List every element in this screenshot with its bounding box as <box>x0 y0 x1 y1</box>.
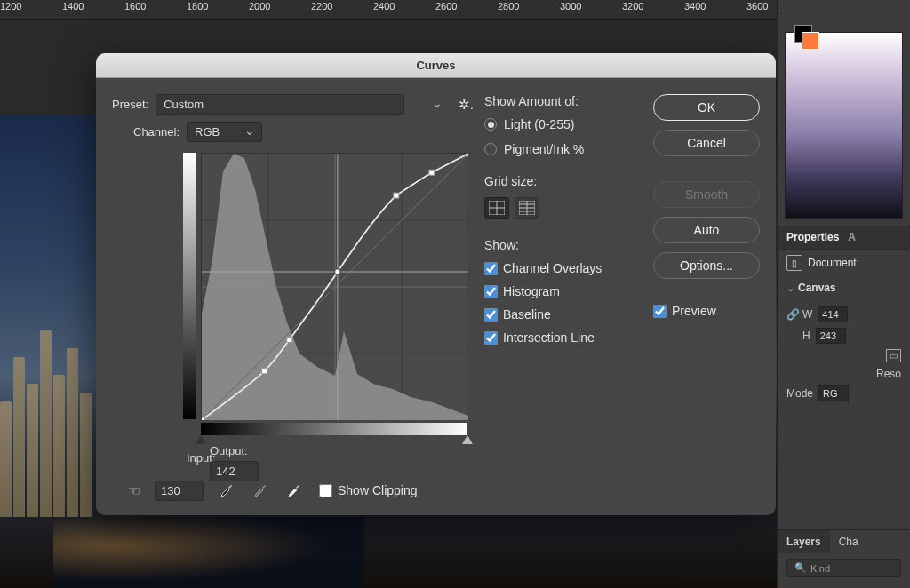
foreground-background-swatch[interactable] <box>794 25 821 52</box>
svg-rect-14 <box>429 170 435 175</box>
dialog-title[interactable]: Curves <box>96 53 776 78</box>
ruler-tick: 2000 <box>249 0 311 19</box>
right-side-panel: Properties A ▯ Document ⌄ Canvas 🔗W H ▭ … <box>777 0 910 588</box>
ok-button[interactable]: OK <box>653 94 760 121</box>
layers-tab[interactable]: Layers <box>778 530 830 553</box>
ruler-tick: 1800 <box>187 0 249 19</box>
grid-header: Grid size: <box>484 174 644 188</box>
ruler-tick: 1400 <box>62 0 124 19</box>
curves-dialog: Curves Preset: Custom ✲. Channel: RGB <box>96 53 776 515</box>
preview-checkbox[interactable] <box>653 305 667 318</box>
preview-label: Preview <box>672 304 716 318</box>
ruler-tick: 2600 <box>435 0 498 19</box>
water-reflection <box>53 517 364 588</box>
svg-rect-12 <box>335 269 340 274</box>
show-clipping-label: Show Clipping <box>338 483 418 497</box>
svg-rect-15 <box>466 154 468 156</box>
mode-input[interactable] <box>818 385 849 401</box>
horizontal-ruler[interactable]: 1200140016001800200022002400260028003000… <box>0 0 777 20</box>
preset-gear-icon[interactable]: ✲. <box>457 95 475 115</box>
ruler-tick: 1600 <box>124 0 187 19</box>
link-icon[interactable]: 🔗 <box>786 308 797 321</box>
show-option-label: Histogram <box>503 284 560 298</box>
grid-fine-button[interactable] <box>515 197 539 219</box>
ruler-tick: 3000 <box>560 0 622 19</box>
range-slider[interactable] <box>201 435 467 448</box>
grid-coarse-button[interactable] <box>484 197 509 219</box>
adjustments-tab[interactable]: A <box>848 231 856 243</box>
options-button[interactable]: Options... <box>653 252 760 279</box>
canvas-section[interactable]: Canvas <box>798 282 836 294</box>
show-header: Show: <box>484 238 644 252</box>
show-option-checkbox[interactable] <box>484 262 498 275</box>
curve-graph[interactable] <box>201 153 467 419</box>
show-option-label: Intersection Line <box>503 330 595 345</box>
show-option-label: Channel Overlays <box>503 261 602 275</box>
channels-tab[interactable]: Cha <box>830 530 867 553</box>
radio-pigment[interactable]: Pigment/Ink % <box>484 142 644 156</box>
auto-button[interactable]: Auto <box>653 217 760 243</box>
castle-silhouette <box>0 313 93 517</box>
document-label: Document <box>808 257 857 269</box>
ruler-tick: 3400 <box>684 0 746 19</box>
svg-rect-9 <box>202 417 204 420</box>
reso-label: Reso <box>876 368 901 380</box>
preset-label: Preset: <box>112 98 148 111</box>
height-input[interactable] <box>816 328 846 344</box>
ruler-tick: 2400 <box>373 0 435 19</box>
orientation-icon[interactable]: ▭ <box>886 349 901 362</box>
svg-rect-13 <box>394 193 399 198</box>
ruler-tick: 1200 <box>0 0 62 19</box>
smooth-button[interactable]: Smooth <box>653 181 760 208</box>
show-clipping-checkbox[interactable] <box>319 484 332 497</box>
cancel-button[interactable]: Cancel <box>653 130 760 156</box>
document-icon: ▯ <box>786 255 802 271</box>
amount-header: Show Amount of: <box>484 94 644 108</box>
ruler-tick: 2200 <box>311 0 373 19</box>
vertical-gradient <box>183 153 196 419</box>
gray-eyedropper-icon[interactable] <box>251 479 271 502</box>
ruler-tick: 2800 <box>498 0 560 19</box>
black-eyedropper-icon[interactable] <box>218 479 237 502</box>
properties-tab[interactable]: Properties <box>786 231 839 243</box>
channel-label: Channel: <box>133 125 180 139</box>
target-adjust-icon[interactable]: ☞ <box>128 482 140 499</box>
width-input[interactable] <box>818 306 848 322</box>
channel-select[interactable]: RGB <box>187 122 262 142</box>
show-option-checkbox[interactable] <box>484 285 498 298</box>
black-point-handle[interactable] <box>196 435 206 444</box>
radio-light[interactable]: Light (0-255) <box>484 117 644 131</box>
layer-filter-kind[interactable]: 🔍 Kind <box>786 559 901 577</box>
svg-rect-11 <box>287 337 292 342</box>
ruler-tick: 3200 <box>622 0 684 19</box>
mode-label: Mode <box>786 387 813 400</box>
show-option-checkbox[interactable] <box>484 331 498 345</box>
svg-rect-10 <box>262 369 267 374</box>
white-point-handle[interactable] <box>462 435 473 444</box>
show-option-label: Baseline <box>503 307 551 322</box>
horizontal-gradient <box>201 423 467 435</box>
gradient-preview[interactable] <box>785 32 903 219</box>
chevron-down-icon[interactable]: ⌄ <box>786 282 794 294</box>
white-eyedropper-icon[interactable] <box>285 479 305 502</box>
input-input[interactable] <box>155 481 204 501</box>
preset-select[interactable]: Custom <box>156 94 404 115</box>
show-option-checkbox[interactable] <box>484 308 498 322</box>
